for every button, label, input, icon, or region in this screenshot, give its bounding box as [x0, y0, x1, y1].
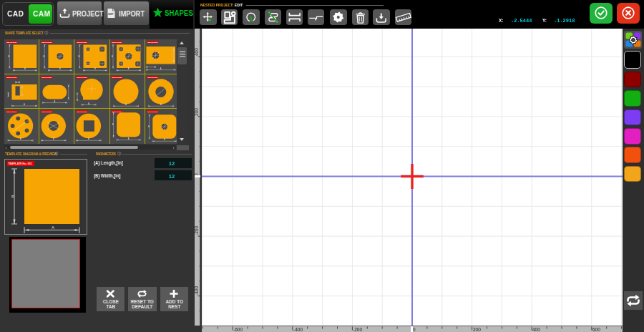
svg-text:TEMPLATE No. 003: TEMPLATE No. 003 — [77, 42, 87, 43]
svg-text:A: A — [53, 138, 54, 141]
svg-text:TEMPLATE No. 015: TEMPLATE No. 015 — [147, 111, 158, 112]
svg-text:A: A — [19, 138, 21, 141]
svg-text:A: A — [52, 225, 54, 230]
svg-text:TEMPLATE No. 008: TEMPLATE No. 008 — [77, 77, 87, 78]
svg-text:A: A — [59, 67, 61, 70]
svg-text:TEMPLATE No. 009: TEMPLATE No. 009 — [112, 77, 122, 78]
svg-text:B: B — [148, 125, 150, 128]
svg-text:B: B — [43, 55, 44, 58]
svg-text:B: B — [11, 195, 15, 197]
svg-text:TEMPLATE No. 010: TEMPLATE No. 010 — [147, 77, 158, 78]
svg-text:A: A — [54, 99, 55, 102]
svg-text:TEMPLATE No. 006: TEMPLATE No. 006 — [6, 77, 17, 78]
svg-text:TEMPLATE No. 013: TEMPLATE No. 013 — [77, 111, 87, 112]
svg-text:TEMPLATE No. 012: TEMPLATE No. 012 — [42, 111, 52, 112]
svg-text:TEMPLATE No. 007: TEMPLATE No. 007 — [42, 77, 52, 78]
svg-text:A: A — [160, 67, 161, 70]
svg-text:A: A — [94, 67, 96, 70]
svg-text:A: A — [164, 139, 165, 142]
svg-text:TEMPLATE No. 011: TEMPLATE No. 011 — [6, 111, 17, 112]
svg-text:TEMPLATE No. 005: TEMPLATE No. 005 — [147, 42, 158, 43]
svg-text:A: A — [88, 102, 89, 104]
svg-text:A: A — [24, 103, 25, 106]
svg-text:A: A — [24, 67, 25, 70]
svg-text:B: B — [78, 55, 79, 58]
svg-text:B: B — [8, 55, 9, 58]
svg-text:A: A — [160, 103, 162, 106]
svg-text:A: A — [88, 138, 89, 141]
svg-text:TEMPLATE No. 002: TEMPLATE No. 002 — [42, 42, 52, 43]
svg-text:TEMPLATE No. 001: TEMPLATE No. 001 — [6, 42, 17, 43]
svg-text:TEMPLATE No. 004: TEMPLATE No. 004 — [112, 42, 122, 43]
